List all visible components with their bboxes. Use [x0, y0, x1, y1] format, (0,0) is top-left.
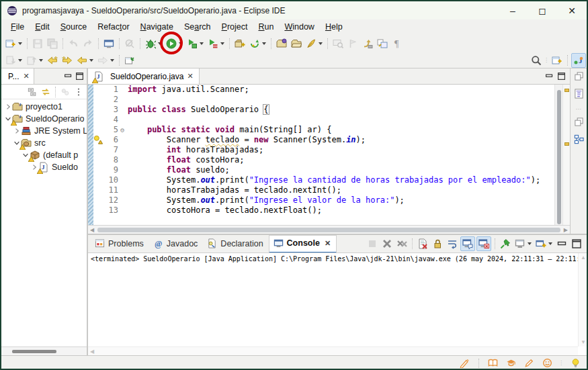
chevron-down-icon[interactable]	[179, 42, 183, 45]
chevron-down-icon[interactable]	[110, 59, 114, 62]
close-icon[interactable]: ✕	[187, 72, 193, 81]
search-button[interactable]	[530, 54, 543, 67]
restore-view-button[interactable]	[574, 71, 584, 84]
book-button[interactable]	[487, 357, 499, 369]
close-icon[interactable]: ✕	[23, 72, 29, 81]
word-wrap-button[interactable]	[446, 237, 459, 250]
outline-view-button[interactable]	[574, 89, 584, 101]
tab-problems[interactable]: Problems	[91, 236, 149, 252]
collapse-all-button[interactable]	[26, 86, 38, 98]
menu-window[interactable]: Window	[279, 21, 319, 33]
tree-item--default-p[interactable]: (default p	[1, 149, 87, 161]
tab-package-explorer[interactable]: P... ✕	[1, 68, 34, 84]
min-button[interactable]	[555, 237, 569, 250]
gc-button[interactable]	[248, 37, 267, 50]
quickfix-warning-icon[interactable]	[93, 135, 103, 144]
back-star-button[interactable]	[46, 54, 59, 67]
warning-marker[interactable]	[564, 89, 569, 92]
warning-marker[interactable]	[564, 142, 569, 146]
tree-item-src[interactable]: src	[1, 137, 87, 149]
chevron-down-icon[interactable]	[158, 42, 162, 45]
chevron-down-icon[interactable]	[18, 59, 22, 62]
smiley-button[interactable]	[541, 357, 554, 369]
console-vscrollbar[interactable]: ▲▼	[578, 253, 587, 346]
pilcrow-button[interactable]: ¶	[390, 37, 404, 50]
code-editor[interactable]: 1import java.util.Scanner;23public class…	[88, 85, 570, 225]
pin-green-button[interactable]	[499, 237, 512, 250]
menu-source[interactable]: Source	[55, 21, 93, 33]
minimize-view-icon[interactable]	[545, 72, 554, 81]
console-hscrollbar[interactable]: ◀	[88, 346, 578, 355]
back-button[interactable]	[75, 54, 95, 67]
chevron-down-icon[interactable]	[39, 59, 43, 62]
java-perspective-button[interactable]: J	[571, 53, 586, 68]
maximize-view-icon[interactable]	[557, 72, 566, 81]
tree-item-proyecto1[interactable]: Jproyecto1	[1, 101, 87, 113]
remove-xx-button[interactable]	[395, 237, 409, 250]
clear-console-button[interactable]	[416, 237, 429, 250]
hierarchy-view-button[interactable]	[574, 134, 584, 147]
package-explorer-hscrollbar[interactable]	[1, 346, 87, 355]
chevron-down-icon[interactable]	[18, 42, 22, 45]
chevron-down-icon[interactable]	[89, 59, 93, 62]
link-with-editor-button[interactable]	[40, 86, 52, 98]
fold-marker-icon[interactable]: ⊖	[118, 125, 126, 135]
minimize-button[interactable]: –	[498, 1, 528, 19]
feather-button[interactable]	[304, 37, 324, 50]
chevron-right-icon[interactable]	[4, 103, 12, 111]
tree-item-sueldooperario[interactable]: JSueldoOperario	[1, 113, 87, 125]
maximize-view-icon[interactable]	[75, 72, 84, 81]
open-perspective-button[interactable]	[550, 54, 564, 67]
monitor-out-button[interactable]	[460, 236, 475, 251]
tab-console[interactable]: Console✕	[269, 235, 337, 253]
close-icon[interactable]: ✕	[325, 239, 331, 248]
tree-item-jre-system-l[interactable]: JRE System L	[1, 125, 87, 137]
remove-x-button[interactable]	[380, 237, 394, 250]
editor-vscrollbar[interactable]	[554, 85, 562, 225]
restore-view-button[interactable]	[574, 117, 584, 130]
menu-navigate[interactable]: Navigate	[135, 21, 179, 33]
tree-item-sueldo[interactable]: JSueldo	[1, 161, 87, 173]
close-button[interactable]: ✕	[557, 1, 587, 19]
link-editor-button[interactable]	[376, 37, 389, 50]
run-button[interactable]	[165, 37, 184, 50]
grad-cap-button[interactable]	[505, 357, 517, 369]
terminal-button[interactable]	[102, 37, 116, 50]
monitor-err-button[interactable]	[476, 236, 491, 251]
editor-hscrollbar[interactable]: ◀▶	[88, 225, 570, 234]
minimize-view-icon[interactable]	[64, 72, 73, 81]
console-output[interactable]: <terminated> SueldoOperario [Java Applic…	[88, 252, 587, 355]
menu-search[interactable]: Search	[179, 21, 216, 33]
kebab-button[interactable]	[73, 86, 85, 98]
pin-editor-button[interactable]	[123, 54, 136, 67]
menu-refactor[interactable]: Refactor	[92, 21, 134, 33]
maximize-button[interactable]: ◻	[528, 1, 557, 19]
open-resource-button[interactable]	[275, 37, 288, 50]
chevron-down-icon[interactable]	[528, 242, 532, 245]
max-button[interactable]	[570, 237, 583, 250]
new-java-project-button[interactable]	[233, 37, 247, 50]
bulb-button[interactable]	[569, 357, 582, 369]
display-console-button[interactable]	[513, 237, 533, 250]
chevron-right-icon[interactable]	[13, 127, 21, 135]
chevron-down-icon[interactable]	[220, 42, 224, 45]
tab-editor-sueldooperario[interactable]: J SueldoOperario.java ✕	[88, 68, 200, 84]
chevron-down-icon[interactable]	[548, 242, 552, 245]
menu-project[interactable]: Project	[216, 21, 253, 33]
pencil-button[interactable]	[523, 357, 536, 369]
menu-help[interactable]: Help	[320, 21, 348, 33]
debug-button[interactable]	[144, 37, 163, 50]
chevron-down-icon[interactable]	[319, 42, 323, 45]
chevron-down-icon[interactable]	[262, 42, 266, 45]
new-console-button[interactable]	[534, 237, 554, 250]
forward-star-button[interactable]	[60, 54, 74, 67]
menu-edit[interactable]: Edit	[30, 21, 55, 33]
menu-run[interactable]: Run	[253, 21, 279, 33]
menu-file[interactable]: File	[5, 21, 30, 33]
coverage-button[interactable]	[206, 37, 226, 50]
chevron-down-icon[interactable]	[200, 42, 204, 45]
open-folder-button[interactable]	[290, 37, 303, 50]
run-tool-button[interactable]	[185, 37, 205, 50]
tab-javadoc[interactable]: @Javadoc	[149, 236, 204, 252]
new-wizard-button[interactable]	[4, 37, 24, 50]
